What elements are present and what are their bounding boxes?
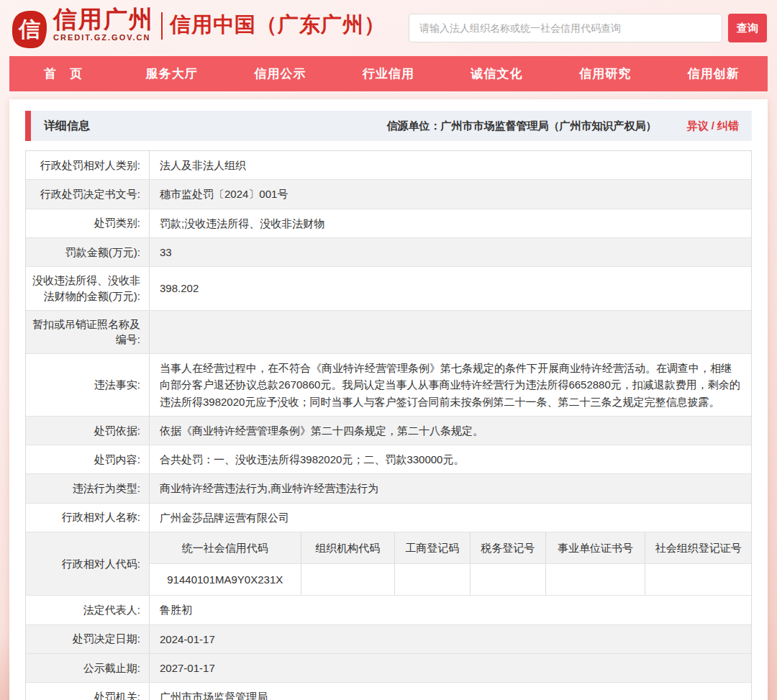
row-label: 违法行为类型:	[26, 474, 150, 502]
row-value: 罚款;没收违法所得、没收非法财物	[150, 209, 751, 237]
row-value: 法人及非法人组织	[150, 151, 751, 179]
row-label: 行政相对人代码:	[26, 532, 150, 596]
row-value: 合共处罚：一、没收违法所得3982020元；二、罚款330000元。	[150, 445, 751, 473]
code-col-header: 税务登记号	[470, 532, 545, 564]
code-col-header: 工商登记码	[394, 532, 470, 564]
row-label: 公示截止期:	[26, 654, 150, 682]
site-name: 信用广州	[53, 6, 154, 32]
row-label: 没收违法所得、没收非法财物的金额(万元):	[26, 267, 150, 310]
row-value: 商业特许经营违法行为,商业特许经营违法行为	[150, 474, 751, 502]
row-value: 鲁胜初	[150, 596, 751, 624]
row-value: 当事人在经营过程中，在不符合《商业特许经营管理条例》第七条规定的条件下开展商业特…	[150, 354, 751, 416]
site-subtitle: 信用中国（广东广州）	[170, 11, 386, 40]
row-value: 2027-01-17	[150, 654, 751, 682]
code-col-header: 社会组织登记证号	[645, 532, 751, 564]
table-row: 没收违法所得、没收非法财物的金额(万元):398.202	[26, 267, 751, 311]
row-label: 处罚依据:	[26, 417, 150, 445]
detail-card: 详细信息 信源单位：广州市市场监督管理局（广州市知识产权局） 异议 / 纠错 行…	[9, 99, 768, 700]
site-logo[interactable]: 信 信用广州 CREDIT.GZ.GOV.CN 信用中国（广东广州）	[10, 6, 386, 50]
row-label: 法定代表人:	[26, 596, 150, 624]
code-col-value: 91440101MA9Y0X231X	[150, 564, 301, 596]
feedback-link[interactable]: 异议 / 纠错	[686, 119, 739, 133]
credit-seal-icon: 信	[10, 9, 49, 50]
code-col-header: 组织机构代码	[301, 532, 394, 564]
code-col-value	[394, 564, 470, 596]
nav-item-0[interactable]: 首 页	[9, 56, 118, 91]
row-label: 处罚类别:	[26, 209, 150, 237]
nav-item-5[interactable]: 信用研究	[551, 56, 660, 91]
row-value: 穗市监处罚〔2024〕001号	[150, 180, 751, 208]
nav-item-6[interactable]: 信用创新	[659, 56, 768, 91]
nav-item-2[interactable]: 信用公示	[226, 56, 335, 91]
table-row: 处罚依据:依据《商业特许经营管理条例》第二十四条规定，第二十八条规定。	[26, 417, 751, 445]
page-header: 信 信用广州 CREDIT.GZ.GOV.CN 信用中国（广东广州） 查询	[0, 0, 777, 56]
source-unit-label: 信源单位：广州市市场监督管理局（广州市知识产权局）	[386, 119, 656, 133]
row-label: 行政相对人名称:	[26, 504, 150, 532]
row-value: 广州市市场监督管理局	[150, 683, 751, 700]
row-value: 广州金莎品牌运营有限公司	[150, 504, 751, 532]
detail-header-bar: 详细信息 信源单位：广州市市场监督管理局（广州市知识产权局） 异议 / 纠错	[25, 111, 752, 141]
row-label: 行政处罚决定书文号:	[26, 180, 150, 208]
nav-item-4[interactable]: 诚信文化	[442, 56, 551, 91]
row-value: 依据《商业特许经营管理条例》第二十四条规定，第二十八条规定。	[150, 417, 751, 445]
info-table: 行政处罚相对人类别:法人及非法人组织行政处罚决定书文号:穗市监处罚〔2024〕0…	[25, 150, 752, 700]
table-row: 行政相对人代码:统一社会信用代码组织机构代码工商登记码税务登记号事业单位证书号社…	[26, 532, 751, 596]
row-value: 33	[150, 238, 751, 266]
accent-bar	[25, 111, 31, 141]
row-value: 统一社会信用代码组织机构代码工商登记码税务登记号事业单位证书号社会组织登记证号9…	[150, 532, 751, 596]
row-label: 处罚决定日期:	[26, 625, 150, 653]
table-row: 违法行为类型:商业特许经营违法行为,商业特许经营违法行为	[26, 474, 751, 503]
row-label: 行政处罚相对人类别:	[26, 151, 150, 179]
row-value: 398.202	[150, 267, 751, 310]
svg-text:信: 信	[18, 17, 40, 41]
search-button[interactable]: 查询	[728, 14, 767, 42]
table-row: 行政处罚决定书文号:穗市监处罚〔2024〕001号	[26, 180, 751, 209]
main-nav: 首 页服务大厅信用公示行业信用诚信文化信用研究信用创新	[9, 56, 768, 91]
table-row: 处罚机关:广州市市场监督管理局	[26, 683, 751, 700]
table-row: 行政相对人名称:广州金莎品牌运营有限公司	[26, 504, 751, 532]
logo-divider	[161, 12, 163, 40]
code-col-header: 事业单位证书号	[545, 532, 645, 564]
site-domain: CREDIT.GZ.GOV.CN	[53, 33, 154, 42]
nav-item-3[interactable]: 行业信用	[335, 56, 443, 91]
table-row: 暂扣或吊销证照名称及编号:	[26, 311, 751, 355]
row-value	[150, 311, 751, 354]
entity-code-table: 统一社会信用代码组织机构代码工商登记码税务登记号事业单位证书号社会组织登记证号9…	[150, 532, 751, 596]
page-title: 详细信息	[44, 119, 90, 134]
table-row: 处罚内容:合共处罚：一、没收违法所得3982020元；二、罚款330000元。	[26, 445, 751, 474]
row-label: 罚款金额(万元):	[26, 238, 150, 266]
table-row: 法定代表人:鲁胜初	[26, 596, 751, 624]
nav-item-1[interactable]: 服务大厅	[118, 56, 227, 91]
code-col-value	[470, 564, 545, 596]
table-row: 行政处罚相对人类别:法人及非法人组织	[26, 151, 751, 180]
code-col-value	[645, 564, 751, 596]
row-label: 暂扣或吊销证照名称及编号:	[26, 311, 150, 354]
table-row: 罚款金额(万元):33	[26, 238, 751, 267]
row-label: 违法事实:	[26, 354, 150, 416]
row-label: 处罚内容:	[26, 445, 150, 473]
table-row: 处罚决定日期:2024-01-17	[26, 625, 751, 654]
row-value: 2024-01-17	[150, 625, 751, 653]
logo-text: 信用广州 CREDIT.GZ.GOV.CN	[53, 6, 154, 42]
code-col-value	[301, 564, 394, 596]
table-row: 违法事实:当事人在经营过程中，在不符合《商业特许经营管理条例》第七条规定的条件下…	[26, 354, 751, 417]
table-row: 处罚类别:罚款;没收违法所得、没收非法财物	[26, 209, 751, 238]
search-input[interactable]	[409, 14, 722, 42]
code-col-header: 统一社会信用代码	[150, 532, 301, 564]
code-col-value	[545, 564, 645, 596]
row-label: 处罚机关:	[26, 683, 150, 700]
search-group: 查询	[409, 14, 767, 42]
table-row: 公示截止期:2027-01-17	[26, 654, 751, 683]
